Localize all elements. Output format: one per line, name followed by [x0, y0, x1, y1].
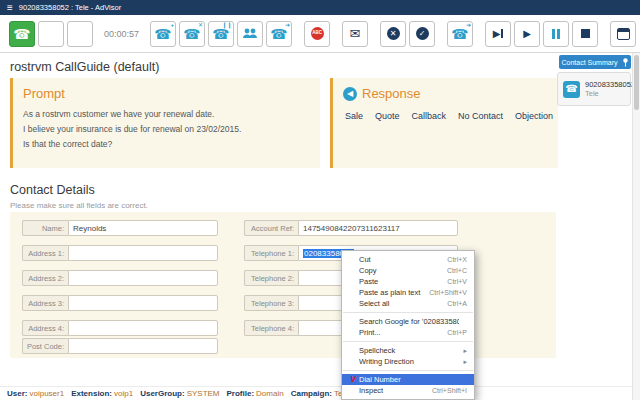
menu-item-print[interactable]: Print...Ctrl+P	[342, 327, 474, 338]
menu-item-copy[interactable]: CopyCtrl+C	[342, 265, 474, 276]
menu-item-paste[interactable]: PasteCtrl+V	[342, 276, 474, 287]
address1-label: Address 1:	[22, 245, 68, 261]
address3-input[interactable]	[68, 295, 218, 311]
address4-row: Address 4:	[22, 320, 218, 336]
account-ref-label: Account Ref:	[244, 220, 298, 236]
contact-summary-button[interactable]: Contact Summary	[559, 55, 631, 69]
account-ref-input[interactable]	[298, 220, 458, 236]
abc-icon: ABC	[311, 27, 324, 40]
menu-item-spellcheck[interactable]: Spellcheck▸	[342, 345, 474, 356]
transfer-call-icon: ☎	[270, 27, 287, 41]
check-icon: ✓	[416, 27, 429, 40]
pin-icon	[622, 58, 629, 67]
response-option-sale[interactable]: Sale	[345, 111, 363, 121]
email-button[interactable]: ✉	[342, 21, 368, 47]
contact-summary-label: Contact Summary	[561, 59, 617, 66]
rostrvm-logo-icon: V	[350, 375, 356, 384]
stop-button[interactable]	[572, 21, 598, 47]
stop-icon	[581, 29, 590, 38]
blank-slot-2	[67, 21, 93, 47]
name-input[interactable]	[68, 220, 218, 236]
account-ref-row: Account Ref:	[244, 220, 458, 236]
menu-item-inspect[interactable]: InspectCtrl+Shift+I	[342, 385, 474, 396]
pause-button[interactable]	[543, 21, 569, 47]
answer-call-button[interactable]: ☎+	[150, 21, 176, 47]
menu-item-cut[interactable]: CutCtrl+X	[342, 254, 474, 265]
vertical-scrollbar[interactable]	[632, 53, 640, 400]
play-button[interactable]: ▶	[514, 21, 540, 47]
titlebar: ≡ 902083358052 : Tele - AdVisor	[0, 0, 640, 15]
complete-wrapup-button[interactable]: ✓	[409, 21, 435, 47]
hangup-call-button[interactable]: ☎✕	[179, 21, 205, 47]
address1-input[interactable]	[68, 245, 218, 261]
address4-label: Address 4:	[22, 320, 68, 336]
conference-icon	[242, 28, 258, 39]
response-option-quote[interactable]: Quote	[375, 111, 400, 121]
scrollbar-thumb[interactable]	[634, 55, 639, 110]
answer-call-icon: ☎	[154, 27, 171, 41]
phone-icon: ☎	[13, 27, 30, 41]
menu-separator	[343, 370, 473, 371]
response-option-objection[interactable]: Objection	[515, 111, 553, 121]
call-toolbar: ☎ 00:00:57 ☎+ ☎✕ ☎❙❙ ☎➜ ABC ✉ ✕ ✓ ☎➜ ▶ ▶	[0, 15, 640, 53]
address4-input[interactable]	[68, 320, 218, 336]
cancel-wrapup-button[interactable]: ✕	[380, 21, 406, 47]
address2-input[interactable]	[68, 270, 218, 286]
address2-row: Address 2:	[22, 270, 218, 286]
name-label: Name:	[22, 220, 68, 236]
address2-label: Address 2:	[22, 270, 68, 286]
prompt-line: I believe your insurance is due for rene…	[23, 122, 312, 137]
response-heading: Response	[362, 86, 421, 101]
postcode-input[interactable]	[68, 338, 218, 354]
email-icon: ✉	[350, 27, 361, 40]
summary-number: 902083358052	[585, 80, 635, 89]
call-timer: 00:00:57	[104, 29, 139, 39]
back-icon[interactable]: ◀	[343, 87, 357, 101]
blank-slot-1	[38, 21, 64, 47]
response-panel: ◀ Response Sale Quote Callback No Contac…	[330, 78, 558, 168]
address1-row: Address 1:	[22, 245, 218, 261]
telephone3-label: Telephone 3:	[244, 295, 298, 311]
address3-label: Address 3:	[22, 295, 68, 311]
hold-call-button[interactable]: ☎❙❙	[208, 21, 234, 47]
response-option-no-contact[interactable]: No Contact	[458, 111, 503, 121]
play-icon: ▶	[523, 29, 531, 39]
telephone1-label: Telephone 1:	[244, 245, 298, 261]
status-extension: Extension:voip1	[71, 389, 133, 398]
plus-badge: +	[171, 22, 175, 28]
prompt-text: As a rostrvm customer we have your renew…	[23, 107, 312, 152]
menu-item-search-google[interactable]: Search Google for '02083358052'	[342, 316, 474, 327]
conference-button[interactable]	[237, 21, 263, 47]
summary-campaign: Tele	[585, 89, 635, 98]
menu-separator	[343, 341, 473, 342]
contact-summary-card[interactable]: ☎ 902083358052 Tele	[557, 72, 631, 106]
forward-badge: ➜	[466, 22, 471, 28]
menu-item-paste-plain[interactable]: Paste as plain textCtrl+Shift+V	[342, 287, 474, 298]
active-call-button[interactable]: ☎	[9, 21, 35, 47]
cancel-icon: ✕	[387, 27, 400, 40]
x-badge: ✕	[198, 22, 203, 28]
menu-item-writing-direction[interactable]: Writing Direction▸	[342, 356, 474, 367]
status-usergroup: UserGroup:SYSTEM	[140, 389, 219, 398]
redial-icon: ☎	[451, 27, 468, 41]
menu-item-select-all[interactable]: Select allCtrl+A	[342, 298, 474, 309]
transfer-call-button[interactable]: ☎➜	[266, 21, 292, 47]
menu-item-dial-number[interactable]: VDial Number	[342, 374, 474, 385]
pause-icon	[551, 25, 561, 43]
menu-separator	[343, 312, 473, 313]
address3-row: Address 3:	[22, 295, 218, 311]
menu-icon[interactable]: ≡	[7, 3, 13, 13]
response-options: Sale Quote Callback No Contact Objection	[345, 111, 558, 121]
hold-badge: ❙❙	[222, 22, 232, 28]
postcode-label: Post Code:	[22, 338, 68, 354]
contact-details-heading: Contact Details	[10, 183, 95, 197]
skip-button[interactable]: ▶	[485, 21, 511, 47]
calendar-button[interactable]	[610, 21, 636, 47]
window-title: 902083358052 : Tele - AdVisor	[19, 3, 121, 12]
response-option-callback[interactable]: Callback	[412, 111, 447, 121]
summary-phone-icon: ☎	[563, 81, 580, 98]
prompt-panel: Prompt As a rostrvm customer we have you…	[10, 78, 320, 168]
redial-button[interactable]: ☎➜	[447, 21, 473, 47]
status-user: User:voipuser1	[7, 389, 64, 398]
abc-button[interactable]: ABC	[304, 21, 330, 47]
